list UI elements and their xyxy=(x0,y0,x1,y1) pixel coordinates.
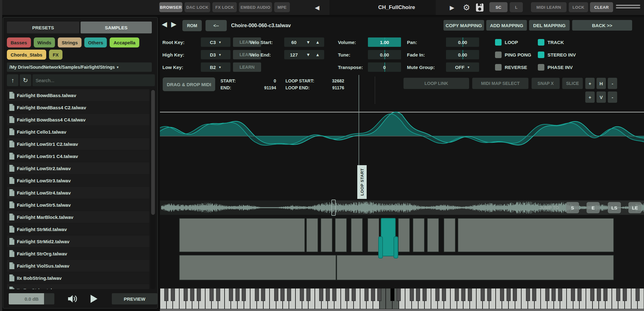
category-chip-others[interactable]: Others xyxy=(84,37,107,47)
black-key[interactable] xyxy=(423,288,427,301)
low-key-dropdown[interactable]: B2 ▼ xyxy=(201,62,230,72)
file-row[interactable]: Fairlight LowStr5.talwav xyxy=(7,199,149,211)
save-icon[interactable] xyxy=(476,0,484,15)
del-mapping-button[interactable]: DEL MAPPING xyxy=(529,20,570,31)
black-key[interactable] xyxy=(306,288,310,301)
black-key[interactable] xyxy=(558,288,562,301)
zone-handle-right[interactable] xyxy=(394,236,398,259)
black-key[interactable] xyxy=(390,288,394,301)
black-key[interactable] xyxy=(526,288,530,301)
back-button[interactable]: BACK >> xyxy=(572,20,632,31)
black-key[interactable] xyxy=(481,288,485,301)
black-key[interactable] xyxy=(300,288,304,301)
toggle-stereo-inv[interactable]: STEREO INV xyxy=(538,51,576,58)
preview-gain-slider[interactable]: 0.0 dB xyxy=(9,293,54,304)
black-key[interactable] xyxy=(623,288,627,301)
sample-prev-icon[interactable]: ◀ xyxy=(162,20,167,28)
file-row[interactable]: IIx FenString.talwav xyxy=(7,284,149,289)
stepper-up-icon[interactable]: ▲ xyxy=(313,40,322,45)
category-chip-winds[interactable]: Winds xyxy=(34,37,55,47)
black-key[interactable] xyxy=(603,288,607,301)
map-zone[interactable] xyxy=(306,218,318,252)
slice-button[interactable]: SLICE xyxy=(562,78,583,89)
black-key[interactable] xyxy=(371,288,375,301)
rom-button[interactable]: ROM xyxy=(182,20,202,31)
preview-button[interactable]: PREVIEW xyxy=(112,293,157,304)
file-list-scrollbar[interactable] xyxy=(151,89,156,289)
map-zone[interactable] xyxy=(335,218,347,252)
scrollbar-thumb[interactable] xyxy=(151,90,155,215)
black-key[interactable] xyxy=(571,288,575,301)
black-key[interactable] xyxy=(590,288,594,301)
lock-button[interactable]: LOCK xyxy=(569,2,588,12)
zone-handle-left[interactable] xyxy=(378,236,383,259)
file-row[interactable]: Fairlight LowStr1 C2.talwav xyxy=(7,138,149,150)
folder-up-button[interactable]: ↑ xyxy=(7,74,18,86)
map-zone[interactable] xyxy=(351,218,363,252)
map-zone[interactable] xyxy=(179,255,336,280)
black-key[interactable] xyxy=(345,288,349,301)
map-zone[interactable] xyxy=(427,218,439,252)
black-key[interactable] xyxy=(577,288,582,301)
black-key[interactable] xyxy=(261,288,265,301)
file-row[interactable]: Fairlight LowStr4.talwav xyxy=(7,187,149,199)
zoom-h-out-button[interactable]: - xyxy=(608,78,617,89)
black-key[interactable] xyxy=(280,288,285,301)
file-row[interactable]: Fairlight StrMid.talwav xyxy=(7,223,149,235)
map-zone[interactable] xyxy=(336,255,614,280)
jump-end-button[interactable]: E xyxy=(587,202,600,213)
previous-preset-icon[interactable]: ◀ xyxy=(315,0,320,15)
map-zone-selected[interactable] xyxy=(381,218,395,256)
transpose-slider[interactable]: 0 xyxy=(368,62,401,72)
map-zone[interactable] xyxy=(320,218,333,252)
loop-start-flag[interactable]: LOOP START xyxy=(357,165,367,199)
black-key[interactable] xyxy=(255,288,259,301)
category-chip-strings[interactable]: Strings xyxy=(58,37,82,47)
black-key[interactable] xyxy=(442,288,446,301)
toggle-loop[interactable]: LOOP xyxy=(495,38,518,46)
black-key[interactable] xyxy=(397,288,401,301)
toggle-ping-pong[interactable]: PING PONG xyxy=(495,51,531,58)
preview-play-icon[interactable] xyxy=(91,295,97,303)
checkbox-icon[interactable] xyxy=(538,52,544,58)
map-zone[interactable] xyxy=(443,218,456,252)
black-key[interactable] xyxy=(552,288,556,301)
stepper-down-icon[interactable]: ▼ xyxy=(304,40,313,45)
black-key[interactable] xyxy=(435,288,439,301)
velo-start-field[interactable]: 60 ▼ ▲ xyxy=(284,37,324,47)
snap-x-button[interactable]: SNAP X xyxy=(532,78,560,89)
category-chip-fx[interactable]: FX xyxy=(49,50,62,60)
embed-audio-button[interactable]: EMBED AUDIO xyxy=(239,2,272,12)
map-zone[interactable] xyxy=(413,218,425,252)
black-key[interactable] xyxy=(326,288,330,301)
zoom-h-in-button[interactable]: + xyxy=(585,78,595,89)
copy-mapping-button[interactable]: COPY MAPPING xyxy=(443,20,484,31)
file-row[interactable]: Fairlight Bowdbass4 C4.talwav xyxy=(7,114,149,126)
mute-group-dropdown[interactable]: OFF ▼ xyxy=(446,62,479,72)
back-arrow-button[interactable]: <-- xyxy=(206,20,227,31)
root-key-dropdown[interactable]: C3 ▼ xyxy=(201,37,230,47)
black-key[interactable] xyxy=(410,288,414,301)
file-row[interactable]: Fairlight BowdBass4 C2.talwav xyxy=(7,101,149,114)
black-key[interactable] xyxy=(500,288,504,301)
black-key[interactable] xyxy=(364,288,369,301)
file-row[interactable]: Fairlight LowStr3.talwav xyxy=(7,175,149,187)
zoom-h-button[interactable]: H xyxy=(597,78,606,89)
sc-button[interactable]: SC xyxy=(489,2,508,12)
black-key[interactable] xyxy=(164,288,168,301)
black-key[interactable] xyxy=(274,288,278,301)
file-row[interactable]: Fairlight BowdBass.talwav xyxy=(7,89,149,101)
path-dropdown[interactable]: /My Drive/SoundNetwork/Samples/Fairlight… xyxy=(7,62,152,72)
tab-samples[interactable]: SAMPLES xyxy=(81,22,152,33)
file-row[interactable]: IIx BobString.talwav xyxy=(7,272,149,284)
black-key[interactable] xyxy=(332,288,336,301)
black-key[interactable] xyxy=(242,288,246,301)
pan-slider[interactable]: 0.00 xyxy=(446,37,479,47)
checkbox-icon[interactable] xyxy=(495,64,502,71)
black-key[interactable] xyxy=(235,288,240,301)
black-key[interactable] xyxy=(319,288,323,301)
category-chip-basses[interactable]: Basses xyxy=(7,37,31,47)
map-zone[interactable] xyxy=(367,218,379,252)
speaker-icon[interactable] xyxy=(67,294,78,304)
stepper-up-icon[interactable]: ▲ xyxy=(313,52,322,57)
